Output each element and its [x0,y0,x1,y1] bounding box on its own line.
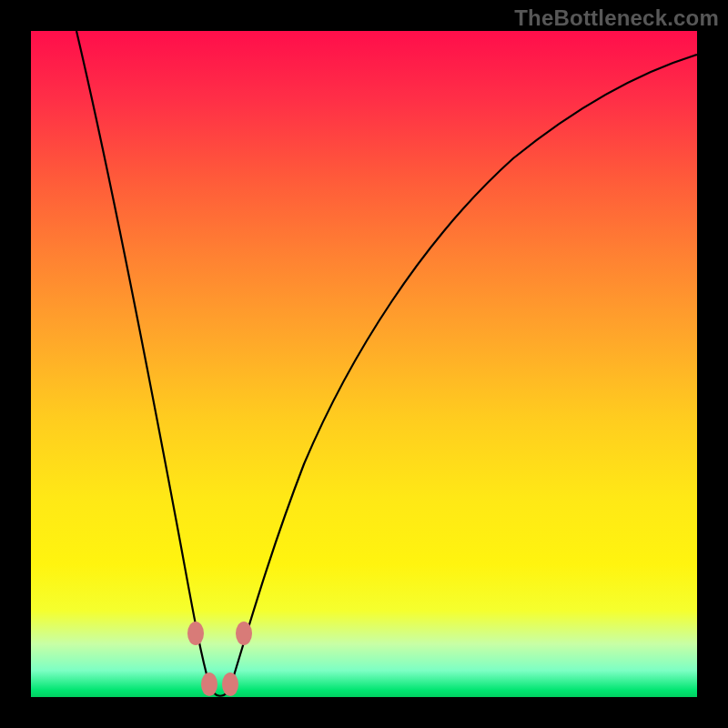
chart-svg [31,31,697,697]
marker-right-lower [222,672,238,696]
marker-right-upper [236,622,252,645]
watermark-text: TheBottleneck.com [514,5,719,31]
marker-left-upper [187,622,204,645]
bottleneck-curve-path [76,31,697,696]
marker-group [187,622,252,696]
marker-left-lower [201,672,217,696]
bottleneck-chart [31,31,697,697]
